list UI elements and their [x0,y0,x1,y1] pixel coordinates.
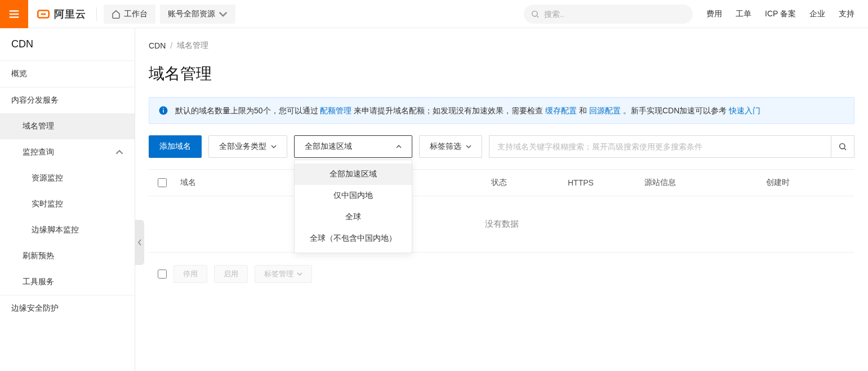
page-title: 域名管理 [149,59,854,97]
col-status: 状态 [491,178,559,188]
breadcrumb-current: 域名管理 [177,41,208,51]
business-type-dropdown[interactable]: 全部业务类型 [208,135,287,158]
brand-name: 阿里云 [54,7,86,21]
footer-select-all-checkbox[interactable] [158,270,167,279]
sidebar-item-resource-monitoring[interactable]: 资源监控 [0,165,135,191]
start-button[interactable]: 启用 [214,265,248,283]
account-resources-label: 账号全部资源 [168,9,215,19]
search-icon [838,142,847,151]
breadcrumb-root[interactable]: CDN [149,41,166,50]
link-origin-config[interactable]: 回源配置 [589,106,621,115]
table-footer: 停用 启用 标签管理 [149,253,854,295]
breadcrumb: CDN / 域名管理 [149,28,854,59]
svg-point-10 [840,144,845,149]
domain-search-input[interactable] [489,135,831,158]
hamburger-menu-button[interactable] [0,0,28,28]
add-domain-button[interactable]: 添加域名 [149,135,202,158]
brand-logo[interactable]: 阿里云 [28,7,94,21]
domain-search-button[interactable] [831,135,854,158]
svg-rect-8 [163,110,164,113]
region-option-global-excl-mainland[interactable]: 全球（不包含中国内地） [295,228,412,249]
chevron-down-icon [466,144,471,149]
select-all-checkbox[interactable] [158,178,167,187]
table-empty-state: 没有数据 [149,196,854,253]
chevron-down-icon [297,271,302,277]
sidebar-item-overview[interactable]: 概览 [0,61,135,87]
workbench-button[interactable]: 工作台 [104,5,155,24]
table-header: 域名 CNAME ? 状态 HTTPS 源站信息 创建时 [149,169,854,196]
header-links: 费用 工单 ICP 备案 企业 支持 [693,9,868,19]
svg-line-11 [844,148,846,150]
info-notice: 默认的域名数量上限为50个，您可以通过 配额管理 来申请提升域名配额；如发现没有… [149,97,854,124]
search-icon [531,10,540,19]
col-created: 创建时 [766,178,845,188]
sidebar-section-content-delivery: 内容分发服务 [0,87,135,113]
region-option-global[interactable]: 全球 [295,206,412,228]
sidebar-section-edge-security: 边缘安全防护 [0,295,135,321]
region-dropdown-menu: 全部加速区域 仅中国内地 全球 全球（不包含中国内地） [294,160,412,253]
sidebar-item-edge-script-monitoring[interactable]: 边缘脚本监控 [0,217,135,243]
col-origin: 源站信息 [644,178,757,188]
svg-point-5 [532,11,537,16]
svg-rect-9 [163,108,164,109]
sidebar-item-tools[interactable]: 工具服务 [0,269,135,295]
chevron-down-icon [219,10,228,19]
sidebar-item-refresh-preload[interactable]: 刷新预热 [0,243,135,269]
region-option-mainland[interactable]: 仅中国内地 [295,185,412,206]
header-link-billing[interactable]: 费用 [706,9,722,19]
sidebar-title: CDN [0,28,135,60]
chevron-up-icon [115,148,123,156]
account-resources-dropdown[interactable]: 账号全部资源 [160,5,235,24]
header-link-icp[interactable]: ICP 备案 [765,9,796,19]
sidebar-item-domain-management[interactable]: 域名管理 [0,113,135,139]
sidebar-item-monitoring[interactable]: 监控查询 [0,139,135,165]
stop-button[interactable]: 停用 [173,265,207,283]
tag-manage-button[interactable]: 标签管理 [255,265,312,283]
toolbar: 添加域名 全部业务类型 全部加速区域 全部加速区域 仅中国内地 全球 全球（不包… [149,124,854,169]
info-icon [158,105,168,116]
region-dropdown[interactable]: 全部加速区域 全部加速区域 仅中国内地 全球 全球（不包含中国内地） [294,135,412,158]
global-search-input[interactable] [544,10,686,19]
col-https: HTTPS [568,178,635,187]
sidebar-item-realtime-monitoring[interactable]: 实时监控 [0,191,135,217]
link-quickstart[interactable]: 快速入门 [729,106,760,115]
top-header: 阿里云 工作台 账号全部资源 费用 工单 ICP 备案 企业 支持 [0,0,868,28]
global-search[interactable] [524,5,693,24]
link-cache-config[interactable]: 缓存配置 [545,106,577,115]
main-content: CDN / 域名管理 域名管理 默认的域名数量上限为50个，您可以通过 配额管理… [135,28,868,371]
domain-search [489,135,854,158]
home-icon [112,10,121,19]
info-notice-text: 默认的域名数量上限为50个，您可以通过 配额管理 来申请提升域名配额；如发现没有… [175,104,760,117]
chevron-down-icon [271,144,277,149]
header-link-enterprise[interactable]: 企业 [809,9,825,19]
chevron-up-icon [396,144,402,149]
hamburger-icon [8,8,20,20]
tag-filter-dropdown[interactable]: 标签筛选 [419,135,482,158]
link-quota-management[interactable]: 配额管理 [320,106,351,115]
svg-line-6 [537,16,538,17]
divider [96,7,97,21]
breadcrumb-separator: / [170,41,172,50]
region-option-all[interactable]: 全部加速区域 [295,164,412,185]
brand-logo-icon [36,7,51,21]
header-link-tickets[interactable]: 工单 [736,9,751,19]
header-link-support[interactable]: 支持 [839,9,854,19]
workbench-label: 工作台 [124,9,148,19]
sidebar: CDN 概览 内容分发服务 域名管理 监控查询 资源监控 实时监控 边缘脚本监控… [0,28,135,371]
